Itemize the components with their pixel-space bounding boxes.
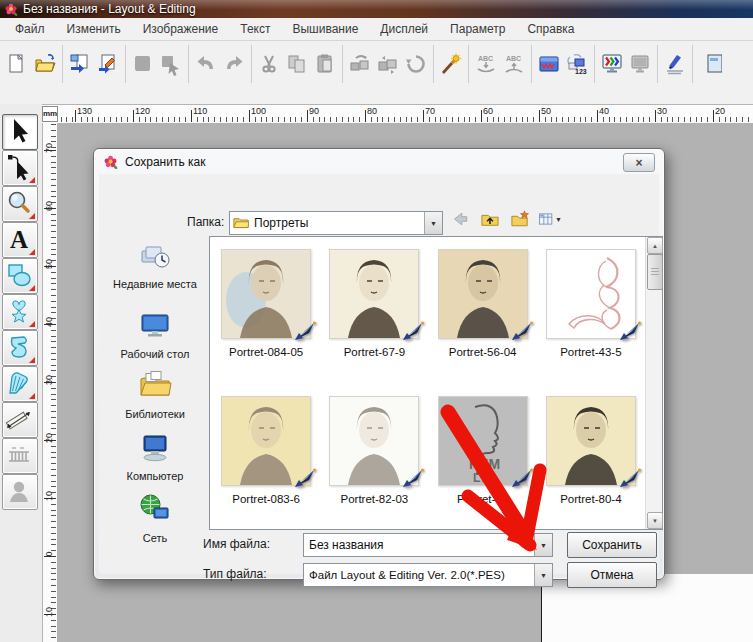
scroll-up-button[interactable]: ▲ (647, 237, 663, 254)
sequence-123-button[interactable]: 123 (563, 48, 591, 80)
toolbar-group: ABCABC (469, 45, 532, 83)
menu-item-3[interactable]: Изображение (132, 22, 230, 36)
preview-color-button[interactable] (598, 48, 626, 80)
tool-point-edit-button[interactable] (2, 150, 38, 186)
file-item[interactable]: Portret-56-04 (433, 249, 533, 358)
recent-places-icon (138, 238, 172, 276)
menu-item-2[interactable]: Изменить (56, 22, 132, 36)
file-item[interactable]: KEMLTDPortret-81 (433, 396, 533, 505)
save-button[interactable]: Сохранить (567, 532, 657, 558)
partial-edge-button[interactable] (696, 48, 724, 80)
place-desktop[interactable]: Рабочий стол (105, 308, 205, 361)
dialog-title: Сохранить как (125, 155, 205, 169)
toolbar-group (189, 45, 252, 83)
group-button[interactable] (374, 48, 402, 80)
tool-fan-button[interactable] (2, 366, 38, 402)
folder-dropdown-button[interactable]: ▼ (424, 212, 442, 234)
views-button[interactable]: ▼ (538, 208, 562, 230)
toolbar-group (252, 45, 343, 83)
up-folder-button[interactable] (478, 208, 502, 230)
title-bar[interactable]: Без названия - Layout & Editing (0, 0, 753, 18)
file-name-combobox[interactable]: Без названия ▼ (303, 533, 553, 557)
file-name: Portret-43-5 (560, 346, 621, 358)
tool-freeform-button[interactable] (2, 330, 38, 366)
export-design-button[interactable] (94, 48, 122, 80)
dialog-nav-toolbar: ▼ (448, 208, 562, 230)
redo-button[interactable] (220, 48, 248, 80)
preview-plain-button[interactable] (626, 48, 654, 80)
tool-portrait-button[interactable] (2, 474, 38, 510)
text-fit-up-button[interactable]: ABC (500, 48, 528, 80)
svg-text:123: 123 (575, 68, 587, 75)
file-type-dropdown-button[interactable]: ▼ (534, 564, 552, 586)
place-libraries[interactable]: Библиотеки (105, 368, 205, 421)
file-type-label: Тип файла: (203, 567, 267, 581)
duplicate-button[interactable] (346, 48, 374, 80)
menu-item-8[interactable]: Справка (516, 22, 585, 36)
h-ruler-label: 80 (367, 106, 377, 116)
folder-combobox[interactable]: Портреты ▼ (229, 211, 443, 235)
file-item[interactable]: Portret-80-4 (541, 396, 641, 505)
toolbar-group (343, 45, 434, 83)
tool-shapes-button[interactable] (2, 258, 38, 294)
menu-item-1[interactable]: Файл (4, 22, 56, 36)
file-name: Portret-80-4 (560, 493, 621, 505)
place-label: Рабочий стол (109, 348, 201, 361)
place-network[interactable]: Сеть (105, 492, 205, 545)
open-file-button[interactable] (31, 48, 59, 80)
file-thumbnail (329, 396, 419, 486)
file-name-dropdown-button[interactable]: ▼ (534, 534, 552, 556)
scrollbar-thumb[interactable] (647, 254, 663, 290)
scroll-down-button[interactable]: ▼ (647, 512, 663, 529)
back-button[interactable] (448, 208, 472, 230)
tool-zoom-button[interactable] (2, 186, 38, 222)
file-item[interactable]: Portret-82-03 (324, 396, 424, 505)
file-item[interactable]: Portret-67-9 (324, 249, 424, 358)
magic-wand-button[interactable] (437, 48, 465, 80)
h-ruler-label: 100 (251, 106, 266, 116)
tool-stitch-attr-button[interactable] (2, 438, 38, 474)
dialog-title-bar[interactable]: Сохранить как (94, 149, 664, 174)
paste-button[interactable] (311, 48, 339, 80)
tool-star-heart-button[interactable] (2, 294, 38, 330)
dialog-close-button[interactable]: × (623, 153, 655, 172)
vertical-scrollbar[interactable]: ▲ ▼ (645, 237, 662, 529)
undo-button[interactable] (192, 48, 220, 80)
mode-send-button[interactable] (157, 48, 185, 80)
menu-item-7[interactable]: Параметр (439, 22, 516, 36)
send-to-machine-button[interactable] (661, 48, 689, 80)
mode-select-button[interactable] (129, 48, 157, 80)
toolbar-strip (0, 86, 753, 104)
import-design-button[interactable] (66, 48, 94, 80)
file-item[interactable]: Portret-43-5 (541, 249, 641, 358)
v-ruler-label: 60 (44, 198, 54, 214)
new-document-button[interactable] (3, 48, 31, 80)
refresh-button[interactable] (402, 48, 430, 80)
file-item[interactable]: Portret-084-05 (216, 249, 316, 358)
tool-select-button[interactable] (2, 114, 38, 150)
place-computer[interactable]: Компьютер (105, 430, 205, 483)
folder-label: Папка: (187, 215, 224, 229)
flyout-indicator (29, 213, 35, 219)
tool-measure-button[interactable] (2, 402, 38, 438)
cancel-button[interactable]: Отмена (567, 562, 657, 588)
menu-item-6[interactable]: Дисплей (369, 22, 439, 36)
svg-text:ABC: ABC (478, 55, 493, 62)
h-ruler-label: 130 (77, 106, 92, 116)
new-folder-button[interactable] (508, 208, 532, 230)
file-type-combobox[interactable]: Файл Layout & Editing Ver. 2.0(*.PES) ▼ (303, 563, 553, 587)
app-flower-icon (4, 2, 18, 16)
copy-button[interactable] (283, 48, 311, 80)
cut-button[interactable] (255, 48, 283, 80)
menu-item-4[interactable]: Текст (229, 22, 281, 36)
place-recent-places[interactable]: Недавние места (105, 238, 205, 291)
text-fit-down-button[interactable]: ABC (472, 48, 500, 80)
file-name: Portret-083-6 (232, 493, 300, 505)
flyout-indicator (29, 321, 35, 327)
stitch-box-button[interactable] (535, 48, 563, 80)
menu-item-5[interactable]: Вышивание (281, 22, 369, 36)
dropdown-arrow-icon: ▼ (555, 216, 562, 223)
place-label: Компьютер (109, 470, 201, 483)
tool-text-button[interactable]: A (2, 222, 38, 258)
file-item[interactable]: Portret-083-6 (216, 396, 316, 505)
